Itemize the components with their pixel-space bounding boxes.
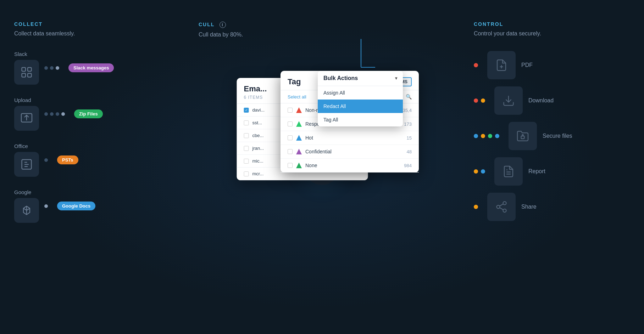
- output-icon-share[interactable]: [487, 193, 516, 221]
- tag-name-confidential: Confidential: [305, 149, 403, 154]
- email-text-5: mic...: [252, 158, 263, 164]
- dot-report-blue: [481, 169, 485, 174]
- tag-color-confidential: [296, 149, 302, 154]
- bulk-tag-all[interactable]: Tag All: [318, 113, 403, 126]
- tag-count-responsive: 173: [404, 121, 412, 127]
- svg-rect-12: [521, 136, 524, 139]
- tag-google-docs[interactable]: Google Docs: [57, 202, 95, 210]
- tag-zip[interactable]: Zip Files: [74, 109, 103, 118]
- email-checkbox-3[interactable]: [244, 133, 249, 138]
- svg-line-18: [500, 208, 503, 210]
- email-text-2: sst...: [252, 120, 262, 125]
- email-checkbox-5[interactable]: [244, 159, 249, 164]
- source-row-upload: Upload Zip Files: [14, 97, 170, 131]
- output-row-download: Download: [474, 86, 630, 115]
- tag-slack[interactable]: Slack messages: [68, 63, 114, 72]
- dot-secure-green1: [488, 134, 492, 138]
- output-icon-report[interactable]: [494, 157, 523, 186]
- bulk-actions-dropdown: Bulk Actions ▾ Assign All Redact All Tag…: [318, 71, 403, 126]
- output-icon-pdf[interactable]: [487, 51, 516, 79]
- tag-color-responsive: [296, 121, 302, 127]
- dot-download-orange: [481, 98, 485, 103]
- source-label-slack: Slack: [14, 51, 39, 57]
- email-checkbox-1[interactable]: ✓: [244, 108, 249, 113]
- source-row-office: Office PSTs: [14, 143, 170, 177]
- output-label-pdf: PDF: [521, 62, 533, 68]
- email-checkbox-2[interactable]: [244, 120, 249, 125]
- output-row-secure: Secure files: [474, 122, 630, 150]
- output-row-pdf: PDF: [474, 51, 630, 79]
- source-row-slack: Slack Slack messages: [14, 51, 170, 85]
- chevron-down-icon: ▾: [395, 76, 397, 81]
- tag-color-nonresponsive: [296, 107, 302, 113]
- tag-checkbox-confidential[interactable]: [288, 149, 293, 154]
- source-label-office: Office: [14, 143, 39, 149]
- source-label-google: Google: [14, 189, 39, 195]
- dot-secure-blue: [474, 134, 478, 138]
- collect-subtitle: Collect data seamlessly.: [14, 30, 170, 37]
- control-title: CONTROL: [474, 21, 630, 27]
- output-icon-secure[interactable]: [509, 122, 537, 150]
- tag-count-none: 984: [404, 163, 412, 168]
- source-icon-google[interactable]: [14, 198, 39, 223]
- email-text-4: jran...: [252, 146, 264, 151]
- source-label-upload: Upload: [14, 97, 39, 103]
- source-icon-office[interactable]: [14, 152, 39, 177]
- control-subtitle: Control your data securely.: [474, 30, 630, 37]
- tag-row-none: None 984: [281, 159, 419, 172]
- cull-subtitle: Cull data by 80%.: [199, 32, 445, 38]
- tag-name-none: None: [305, 163, 400, 168]
- source-icon-upload[interactable]: [14, 106, 39, 131]
- output-label-secure: Secure files: [543, 133, 572, 139]
- tag-psts[interactable]: PSTs: [57, 155, 78, 164]
- tag-checkbox-hot[interactable]: [288, 135, 293, 140]
- tag-row-hot: Hot 15: [281, 131, 419, 145]
- tag-count-confidential: 48: [407, 149, 412, 154]
- tag-count-hot: 15: [407, 135, 412, 141]
- cull-title: CULL i: [199, 22, 226, 27]
- select-all-button[interactable]: Select all: [288, 94, 306, 100]
- email-text-6: mcr...: [252, 171, 264, 176]
- dot-share-orange: [474, 205, 478, 209]
- tag-panel-title: Tag: [288, 77, 301, 86]
- output-row-share: Share: [474, 193, 630, 221]
- dot-secure-blue2: [495, 134, 499, 138]
- tag-checkbox-nonresponsive[interactable]: [288, 108, 293, 113]
- tag-name-hot: Hot: [305, 135, 403, 141]
- dot-download-red: [474, 98, 478, 103]
- bulk-actions-label: Bulk Actions: [323, 75, 358, 81]
- bulk-assign-all[interactable]: Assign All: [318, 86, 403, 100]
- output-row-report: Report: [474, 157, 630, 186]
- source-icon-slack[interactable]: [14, 60, 39, 85]
- tag-checkbox-none[interactable]: [288, 163, 293, 168]
- output-icon-download[interactable]: [494, 86, 523, 115]
- tag-checkbox-responsive[interactable]: [288, 121, 293, 126]
- tag-color-hot: [296, 135, 302, 141]
- tag-color-none: [296, 163, 302, 168]
- tag-count-nonresponsive: 35,4: [403, 108, 412, 113]
- svg-rect-0: [22, 68, 26, 72]
- bulk-redact-all[interactable]: Redact All: [318, 100, 403, 113]
- email-text-1: davi...: [252, 107, 265, 113]
- output-label-download: Download: [528, 97, 554, 104]
- search-icon[interactable]: 🔍: [406, 94, 412, 100]
- dot-secure-orange: [481, 134, 485, 138]
- bulk-actions-trigger[interactable]: Bulk Actions ▾: [318, 71, 403, 86]
- svg-point-16: [497, 205, 500, 209]
- svg-point-15: [503, 202, 506, 205]
- source-row-google: Google Google Docs: [14, 189, 170, 223]
- info-icon: i: [220, 22, 226, 28]
- email-checkbox-4[interactable]: [244, 146, 249, 151]
- svg-point-17: [503, 209, 506, 212]
- svg-line-19: [500, 204, 503, 206]
- output-label-share: Share: [521, 204, 537, 210]
- email-text-3: cbe...: [252, 133, 264, 138]
- dot-report-orange: [474, 169, 478, 174]
- tag-row-confidential: Confidential 48: [281, 145, 419, 159]
- email-checkbox-6[interactable]: [244, 171, 249, 176]
- svg-rect-3: [28, 73, 32, 77]
- output-label-report: Report: [528, 168, 545, 175]
- svg-rect-1: [28, 68, 32, 72]
- svg-rect-2: [22, 73, 26, 77]
- dot-pdf-red: [474, 63, 478, 67]
